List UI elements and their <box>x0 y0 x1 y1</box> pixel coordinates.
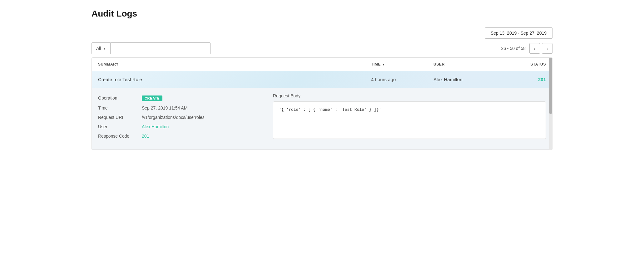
detail-right: Request Body '{ 'role' : [ { 'name' : 'T… <box>273 93 546 141</box>
filter-all-button[interactable]: All ▼ <box>92 42 111 54</box>
row-summary-line: Create role Test Role 4 hours ago Alex H… <box>92 71 552 88</box>
pagination-prev-button[interactable]: ‹ <box>529 43 540 54</box>
request-body-label: Request Body <box>273 93 546 98</box>
user-value-link[interactable]: Alex Hamilton <box>142 124 169 129</box>
detail-left: Operation CREATE Time Sep 27, 2019 11:54… <box>98 93 260 141</box>
detail-uri-row: Request URI /v1/organizations/docs/userr… <box>98 113 260 122</box>
table-header: SUMMARY TIME ▼ USER STATUS <box>92 58 552 71</box>
toolbar-row: Sep 13, 2019 - Sep 27, 2019 <box>92 27 552 39</box>
row-time: 4 hours ago <box>371 77 433 82</box>
operation-badge: CREATE <box>142 95 162 101</box>
operation-label: Operation <box>98 95 142 100</box>
table-row[interactable]: Create role Test Role 4 hours ago Alex H… <box>92 71 552 150</box>
col-header-user: USER <box>433 62 502 66</box>
scrollbar-track[interactable] <box>549 58 552 150</box>
time-value: Sep 27, 2019 11:54 AM <box>142 105 187 110</box>
row-summary: Create role Test Role <box>98 77 371 82</box>
date-range-button[interactable]: Sep 13, 2019 - Sep 27, 2019 <box>485 27 552 39</box>
pagination-area: 26 - 50 of 58 ‹ › <box>501 43 552 54</box>
uri-label: Request URI <box>98 115 142 120</box>
detail-time-row: Time Sep 27, 2019 11:54 AM <box>98 103 260 113</box>
search-input[interactable] <box>111 42 211 54</box>
col-header-summary: SUMMARY <box>98 62 371 66</box>
col-header-time: TIME ▼ <box>371 62 433 66</box>
pagination-next-button[interactable]: › <box>542 43 552 54</box>
response-label: Response Code <box>98 134 142 139</box>
user-label: User <box>98 124 142 129</box>
detail-response-row: Response Code 201 <box>98 131 260 141</box>
audit-log-table: SUMMARY TIME ▼ USER STATUS Create role T… <box>92 57 552 150</box>
chevron-down-icon: ▼ <box>103 47 106 50</box>
uri-value: /v1/organizations/docs/userroles <box>142 115 205 120</box>
scrollbar-thumb[interactable] <box>549 58 552 114</box>
filter-row: All ▼ 26 - 50 of 58 ‹ › <box>92 42 552 57</box>
response-value: 201 <box>142 134 149 139</box>
request-body-box: '{ 'role' : [ { 'name' : 'Test Role' } ]… <box>273 101 546 139</box>
detail-operation-row: Operation CREATE <box>98 93 260 103</box>
col-header-status: STATUS <box>502 62 546 66</box>
row-status: 201 <box>502 77 546 82</box>
sort-arrow-icon: ▼ <box>382 63 385 66</box>
row-user: Alex Hamilton <box>433 77 502 82</box>
pagination-text: 26 - 50 of 58 <box>501 46 526 51</box>
page-title: Audit Logs <box>92 9 552 19</box>
page-container: Audit Logs Sep 13, 2019 - Sep 27, 2019 A… <box>82 0 562 160</box>
filter-left: All ▼ <box>92 42 211 54</box>
filter-all-label: All <box>96 46 101 51</box>
detail-user-row: User Alex Hamilton <box>98 122 260 131</box>
time-label: Time <box>98 105 142 110</box>
row-detail-panel: Operation CREATE Time Sep 27, 2019 11:54… <box>92 88 552 149</box>
